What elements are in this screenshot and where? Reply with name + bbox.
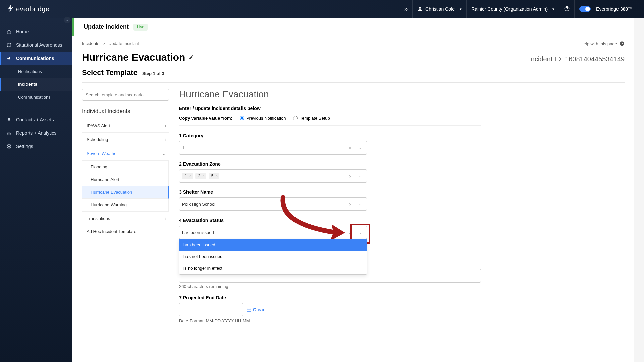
- org-name: Rainier County (Organization Admin): [471, 6, 548, 12]
- select-category[interactable]: 1 × ⌄: [179, 141, 367, 155]
- clear-icon[interactable]: ×: [345, 230, 355, 235]
- nav-home[interactable]: Home: [0, 25, 72, 38]
- breadcrumb-root[interactable]: Incidents: [82, 41, 99, 46]
- nav-label: Settings: [16, 144, 33, 149]
- date-format-hint: Date Format: MM-DD-YYYY HH:MM: [179, 318, 481, 323]
- template-group-severe-weather[interactable]: Severe Weather: [82, 146, 169, 161]
- calendar-icon: [246, 307, 252, 312]
- chevron-double-right-icon: [404, 6, 408, 13]
- svg-rect-8: [247, 308, 251, 312]
- help-button[interactable]: [559, 0, 574, 18]
- end-date-input[interactable]: [179, 303, 243, 316]
- status-option-not-issued[interactable]: has not been issued: [179, 251, 367, 262]
- status-option-issued[interactable]: has been issued: [179, 239, 367, 251]
- pin-icon: [7, 117, 11, 122]
- svg-point-5: [8, 146, 10, 147]
- templates-section-title: Individual Incidents: [82, 108, 169, 115]
- nav-situational[interactable]: Situational Awareness: [0, 38, 72, 52]
- edit-icon[interactable]: [189, 55, 194, 60]
- select-zone[interactable]: 1× 2× 5× × ⌄: [179, 169, 367, 183]
- sidebar: « Home Situational Awareness Communicati…: [0, 18, 72, 362]
- template-group-translations[interactable]: Translations: [82, 212, 169, 225]
- status-dropdown: has been issued has not been issued is n…: [179, 239, 367, 275]
- expand-button[interactable]: [399, 0, 412, 18]
- logo-icon: [7, 5, 14, 13]
- zone-chip[interactable]: 2×: [195, 173, 206, 179]
- template-item-hurricane-evacuation[interactable]: Hurricane Evacuation: [82, 186, 169, 199]
- chevron-down-icon: [162, 150, 166, 157]
- template-item-hurricane-warning[interactable]: Hurricane Warning: [82, 199, 168, 212]
- label-status: 4 Evacuation Status: [179, 218, 367, 223]
- sidebar-collapse-button[interactable]: «: [64, 17, 71, 23]
- status-badge: Live: [133, 24, 148, 31]
- chevron-right-icon: [165, 136, 166, 142]
- product-toggle[interactable]: Everbridge 360™: [574, 0, 637, 18]
- template-group-scheduling[interactable]: Scheduling: [82, 133, 169, 146]
- chip-remove-icon[interactable]: ×: [202, 174, 205, 178]
- nav-settings[interactable]: Settings: [0, 140, 72, 153]
- incident-title: Hurricane Evacuation: [82, 52, 194, 63]
- clear-date-button[interactable]: Clear: [246, 307, 265, 312]
- breadcrumb-current: Update Incident: [108, 41, 139, 46]
- copy-label: Copy variable value from:: [179, 116, 232, 121]
- help-icon: [564, 6, 570, 12]
- template-search-input[interactable]: [82, 89, 169, 101]
- main-content: Update Incident Live Incidents > Update …: [72, 18, 634, 362]
- toggle-switch-icon[interactable]: [579, 6, 591, 12]
- status-option-no-longer[interactable]: is no longer in effect: [179, 262, 367, 274]
- help-page-link[interactable]: Help with this page ?: [580, 41, 625, 46]
- clear-icon[interactable]: ×: [345, 145, 355, 151]
- chevron-right-icon: [165, 123, 166, 129]
- nav-label: Situational Awareness: [16, 42, 62, 48]
- step-indicator: Step 1 of 3: [142, 71, 164, 76]
- label-zone: 2 Evacuation Zone: [179, 161, 367, 167]
- chip-remove-icon[interactable]: ×: [215, 174, 218, 178]
- chevron-down-icon[interactable]: ⌄: [355, 174, 364, 178]
- select-status[interactable]: has been issued × ⌄: [179, 226, 367, 239]
- zone-chip[interactable]: 5×: [209, 173, 219, 179]
- svg-text:?: ?: [621, 42, 623, 45]
- clear-icon[interactable]: ×: [345, 201, 355, 207]
- template-item-hurricane-alert[interactable]: Hurricane Alert: [82, 173, 168, 186]
- field-evacuation-status: 4 Evacuation Status has been issued × ⌄ …: [179, 218, 367, 239]
- radio-previous-notification[interactable]: Previous Notification: [240, 116, 286, 121]
- home-icon: [7, 29, 11, 34]
- template-group-ipaws[interactable]: IPAWS Alert: [82, 119, 169, 133]
- clear-icon[interactable]: ×: [345, 173, 355, 179]
- label-category: 1 Category: [179, 133, 367, 138]
- svg-rect-4: [10, 133, 10, 135]
- user-name: Christian Cole: [425, 6, 455, 12]
- template-adhoc[interactable]: Ad Hoc Incident Template: [82, 225, 169, 238]
- label-shelter: 3 Shelter Name: [179, 189, 367, 195]
- nav-contacts[interactable]: Contacts + Assets: [0, 113, 72, 126]
- radio-template-setup[interactable]: Template Setup: [293, 116, 330, 121]
- org-menu[interactable]: Rainier County (Organization Admin): [466, 0, 559, 18]
- gear-icon: [7, 144, 11, 149]
- subnav-communications[interactable]: Communications: [0, 90, 72, 103]
- chart-icon: [7, 131, 11, 135]
- svg-point-0: [419, 7, 421, 8]
- chevron-down-icon[interactable]: ⌄: [355, 230, 364, 235]
- user-menu[interactable]: Christian Cole: [412, 0, 466, 18]
- nav-communications[interactable]: Communications: [0, 52, 72, 65]
- subnav-notifications[interactable]: Notifications: [0, 65, 72, 78]
- subnav-incidents[interactable]: Incidents: [0, 78, 72, 90]
- template-item-flooding[interactable]: Flooding: [82, 161, 168, 173]
- incident-id: Incident ID: 1608140445534149: [529, 55, 625, 63]
- zone-chip[interactable]: 1×: [182, 173, 193, 179]
- nav-label: Contacts + Assets: [16, 117, 54, 122]
- map-icon: [7, 43, 11, 47]
- help-icon: ?: [619, 41, 625, 46]
- chevron-down-icon[interactable]: ⌄: [355, 202, 364, 206]
- step-title: Select Template: [82, 68, 138, 77]
- chip-remove-icon[interactable]: ×: [189, 174, 192, 178]
- nav-reports[interactable]: Reports + Analytics: [0, 126, 72, 140]
- select-shelter[interactable]: Polk High School × ⌄: [179, 197, 367, 211]
- chevron-down-icon[interactable]: ⌄: [355, 145, 364, 150]
- chars-remaining: 260 characters remaining: [179, 284, 481, 289]
- template-list: IPAWS Alert Scheduling Severe Weather Fl…: [82, 119, 169, 238]
- nav-label: Communications: [16, 56, 54, 61]
- chevron-right-icon: [165, 215, 166, 221]
- page-title: Update Incident: [84, 23, 129, 31]
- breadcrumb: Incidents > Update Incident: [82, 41, 139, 46]
